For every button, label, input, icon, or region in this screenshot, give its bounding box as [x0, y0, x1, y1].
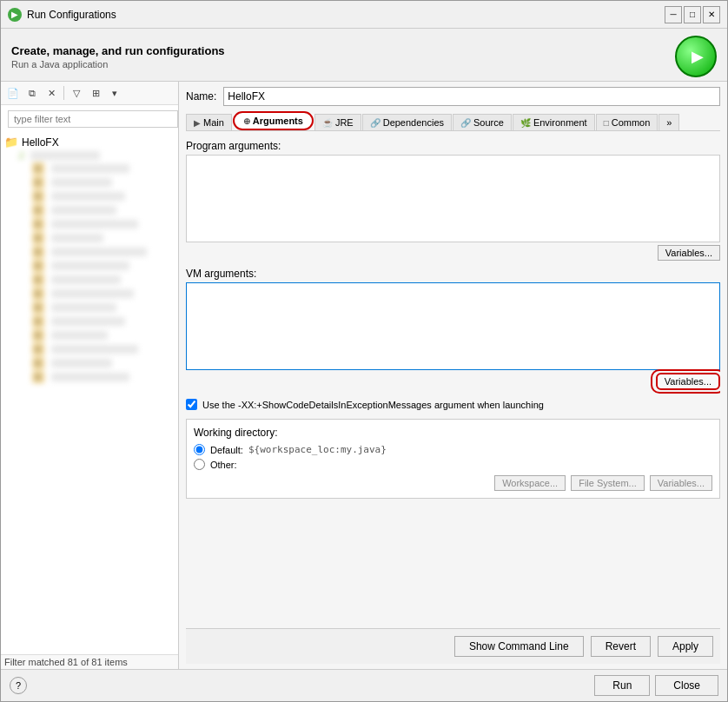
tree-item-12[interactable]: C	[1, 301, 178, 315]
workdir-variables-button: Variables...	[650, 475, 712, 491]
other-radio-row: Other:	[194, 459, 712, 470]
tree-view[interactable]: 📁 HelloFX J C C C C C C C C C C C	[1, 133, 178, 654]
name-input[interactable]	[223, 87, 720, 106]
tab-jre[interactable]: ☕ JRE	[314, 114, 361, 130]
tree-item-17[interactable]: C	[1, 370, 178, 384]
program-variables-row: Variables...	[186, 245, 720, 261]
help-button[interactable]: ?	[10, 677, 27, 694]
duplicate-config-button[interactable]: ⧉	[23, 84, 41, 102]
common-tab-icon: □	[604, 118, 609, 128]
new-config-button[interactable]: 📄	[4, 84, 22, 102]
arguments-tab-icon: ⊕	[243, 116, 250, 126]
tree-item-3[interactable]: C	[1, 176, 178, 189]
bottom-action-bar: Show Command Line Revert Apply	[186, 628, 720, 664]
showcode-label: Use the -XX:+ShowCodeDetailsInExceptionM…	[202, 400, 544, 410]
working-directory-title: Working directory:	[194, 427, 712, 439]
tree-item-8[interactable]: C	[1, 245, 178, 259]
tab-source-label: Source	[473, 117, 504, 128]
tree-item-9[interactable]: C	[1, 259, 178, 273]
title-bar-left: ▶ Run Configurations	[8, 8, 116, 22]
more-options-button[interactable]: ▾	[106, 84, 123, 102]
arguments-tab-content: Program arguments: Variables... VM argum…	[186, 136, 720, 628]
tab-environment[interactable]: 🌿 Environment	[513, 114, 595, 130]
tree-item-6[interactable]: C	[1, 217, 178, 231]
default-radio-row: Default: ${workspace_loc:my.java}	[194, 444, 712, 455]
run-large-button[interactable]	[675, 36, 717, 77]
tab-arguments-label: Arguments	[253, 116, 303, 126]
tree-item-14[interactable]: C	[1, 328, 178, 342]
filesystem-button: File System...	[571, 475, 645, 491]
filter-container	[1, 105, 178, 133]
tab-main[interactable]: ▶ Main	[186, 114, 232, 130]
tab-jre-label: JRE	[335, 117, 354, 128]
other-radio-label: Other:	[210, 460, 237, 470]
program-arguments-container	[186, 155, 720, 245]
workspace-buttons: Workspace... File System... Variables...	[194, 475, 712, 491]
other-radio[interactable]	[194, 459, 205, 470]
filter-input[interactable]	[8, 110, 178, 128]
header-subtitle: Run a Java application	[11, 59, 225, 70]
tab-source[interactable]: 🔗 Source	[453, 114, 512, 130]
program-arguments-label: Program arguments:	[186, 140, 720, 152]
run-button[interactable]: Run	[594, 675, 650, 696]
right-panel: Name: ▶ Main ⊕ Arguments ☕ JRE 🔗	[179, 82, 727, 669]
main-content: 📄 ⧉ ✕ ▽ ⊞ ▾ 📁 HelloFX J C	[1, 81, 727, 669]
tab-environment-label: Environment	[533, 117, 587, 128]
revert-button[interactable]: Revert	[591, 636, 651, 657]
tree-item-7[interactable]: C	[1, 231, 178, 245]
tree-item-13[interactable]: C	[1, 315, 178, 328]
tab-dependencies-label: Dependencies	[383, 117, 444, 128]
tab-more[interactable]: »	[659, 114, 679, 130]
show-command-line-button[interactable]: Show Command Line	[454, 636, 584, 657]
expand-all-button[interactable]: ⊞	[87, 84, 104, 102]
close-button[interactable]: Close	[655, 675, 718, 696]
vm-arguments-textarea[interactable]	[186, 282, 720, 370]
tab-common-label: Common	[612, 117, 651, 128]
jre-tab-icon: ☕	[322, 118, 333, 128]
vm-arguments-label: VM arguments:	[186, 268, 720, 280]
working-directory-section: Working directory: Default: ${workspace_…	[186, 419, 720, 499]
tree-item-11[interactable]: C	[1, 287, 178, 301]
tree-item-5[interactable]: C	[1, 203, 178, 217]
status-bar: Filter matched 81 of 81 items	[1, 654, 178, 669]
tree-item-hellofx-root[interactable]: 📁 HelloFX	[1, 135, 178, 149]
showcode-checkbox-row: Use the -XX:+ShowCodeDetailsInExceptionM…	[186, 399, 720, 410]
tree-item-10[interactable]: C	[1, 273, 178, 287]
tree-item-15[interactable]: C	[1, 342, 178, 356]
workspace-button: Workspace...	[494, 475, 566, 491]
toolbar-separator-1	[63, 86, 64, 100]
vm-variables-button[interactable]: Variables...	[656, 373, 720, 390]
environment-tab-icon: 🌿	[520, 118, 531, 128]
program-arguments-textarea[interactable]	[186, 155, 720, 242]
name-row: Name:	[186, 87, 720, 106]
delete-config-button[interactable]: ✕	[43, 84, 60, 102]
maximize-button[interactable]: □	[684, 6, 701, 23]
tree-item-1[interactable]: J	[1, 149, 178, 162]
vm-variables-row: Variables...	[186, 373, 720, 390]
tree-item-hellofx-label: HelloFX	[22, 136, 59, 149]
program-variables-button[interactable]: Variables...	[658, 245, 720, 261]
default-radio[interactable]	[194, 444, 205, 455]
tab-dependencies[interactable]: 🔗 Dependencies	[362, 114, 452, 130]
tabs-row: ▶ Main ⊕ Arguments ☕ JRE 🔗 Dependencies …	[186, 111, 720, 131]
filter-button[interactable]: ▽	[68, 84, 85, 102]
header-title: Create, manage, and run configurations	[11, 44, 225, 57]
folder-icon: 📁	[4, 136, 18, 149]
run-configurations-window: ▶ Run Configurations ─ □ ✕ Create, manag…	[0, 0, 728, 702]
header-section: Create, manage, and run configurations R…	[1, 29, 727, 81]
tree-item-2[interactable]: C	[1, 162, 178, 176]
minimize-button[interactable]: ─	[665, 6, 682, 23]
tab-common[interactable]: □ Common	[596, 114, 659, 130]
vm-arguments-container	[186, 282, 720, 373]
dependencies-tab-icon: 🔗	[370, 118, 381, 128]
apply-button[interactable]: Apply	[658, 636, 713, 657]
title-bar: ▶ Run Configurations ─ □ ✕	[1, 1, 727, 29]
final-buttons: Run Close	[594, 675, 718, 696]
source-tab-icon: 🔗	[460, 118, 471, 128]
very-bottom-bar: ? Run Close	[1, 669, 727, 701]
tab-arguments[interactable]: ⊕ Arguments	[233, 111, 314, 130]
showcode-checkbox[interactable]	[186, 399, 197, 410]
tree-item-4[interactable]: C	[1, 189, 178, 203]
close-window-button[interactable]: ✕	[703, 6, 720, 23]
tree-item-16[interactable]: C	[1, 356, 178, 370]
